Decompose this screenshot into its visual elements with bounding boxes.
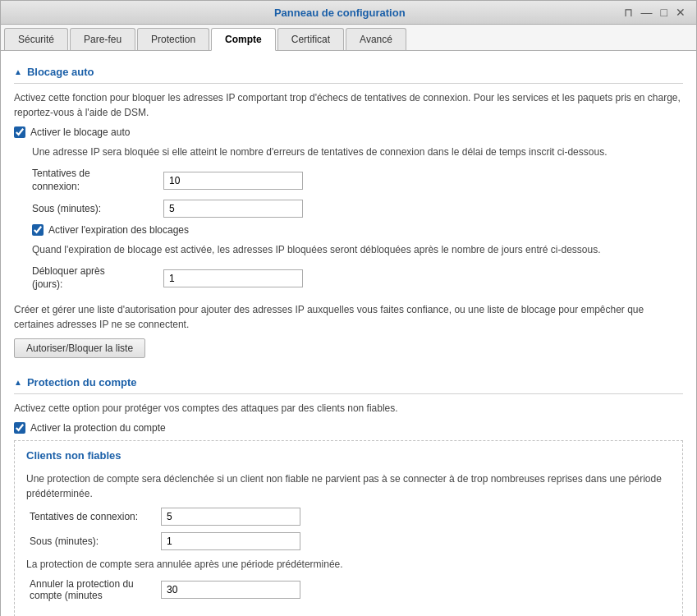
chevron-icon: ▲ [14,67,22,76]
list-description: Créer et gérer une liste d'autorisation … [14,302,683,332]
activer-blocage-label: Activer le blocage auto [30,126,130,138]
autoriser-bloquer-button[interactable]: Autoriser/Bloquer la liste [14,338,145,358]
tab-avance[interactable]: Avancé [346,28,406,50]
pin-icon[interactable]: ⊓ [621,6,635,19]
blocage-auto-section: ▲ Blocage auto Activez cette fonction po… [14,61,683,358]
tab-securite[interactable]: Sécurité [4,28,68,50]
expiration-checkbox[interactable] [32,224,44,236]
debloquer-label: Débloquer après (jours): [32,265,163,291]
expiration-description: Quand l'expiration de blocage est activé… [14,242,683,257]
blocage-auto-header: ▲ Blocage auto [14,61,683,84]
maximize-icon[interactable]: □ [658,6,670,19]
protection-chevron-icon: ▲ [14,378,22,387]
expiration-row: Activer l'expiration des blocages [14,224,683,236]
window-controls: ⊓ — □ ✕ [621,6,688,19]
blocage-sub-description: Une adresse IP sera bloquée si elle atte… [14,145,683,159]
activer-protection-row: Activer la protection du compte [14,422,683,434]
sous-minutes-row: Sous (minutes): [14,200,683,218]
clients-header: Clients non fiables [26,449,671,465]
protection-compte-description: Activez cette option pour protéger vos c… [14,401,683,416]
tab-pare-feu[interactable]: Pare-feu [70,28,135,50]
activer-protection-label: Activer la protection du compte [30,422,166,434]
tab-compte[interactable]: Compte [211,28,276,51]
tab-certificat[interactable]: Certificat [277,28,344,50]
blocage-auto-title: Blocage auto [27,66,94,78]
clients-tentatives-label: Tentatives de connexion: [30,511,161,522]
clients-sous-label: Sous (minutes): [30,536,161,547]
clients-section: Clients non fiables Une protection de co… [14,440,683,616]
minimize-icon[interactable]: — [639,6,655,19]
clients-sous-input[interactable] [161,532,300,550]
main-content: ▲ Blocage auto Activez cette fonction po… [1,51,696,616]
tab-protection[interactable]: Protection [137,28,209,50]
protection-compte-title: Protection du compte [27,376,137,388]
blocage-auto-description: Activez cette fonction pour bloquer les … [14,90,683,120]
title-bar: Panneau de configuration ⊓ — □ ✕ [1,1,696,25]
clients-tentatives-input[interactable] [161,508,300,526]
expiration-label: Activer l'expiration des blocages [48,224,189,236]
annuler-input[interactable] [161,581,300,599]
activer-blocage-row: Activer le blocage auto [14,126,683,138]
debloquer-input[interactable] [163,269,303,287]
activer-protection-checkbox[interactable] [14,422,25,434]
tentatives-input[interactable] [163,172,303,190]
sous-minutes-input[interactable] [163,200,303,218]
tentatives-label: Tentatives de connexion: [32,168,163,193]
activer-blocage-checkbox[interactable] [14,126,25,138]
protection-compte-section: ▲ Protection du compte Activez cette opt… [14,371,683,616]
close-icon[interactable]: ✕ [673,6,688,19]
sous-minutes-label: Sous (minutes): [32,203,163,214]
debloquer-row: Débloquer après (jours): [14,265,683,291]
tab-bar: Sécurité Pare-feu Protection Compte Cert… [1,25,696,51]
tentatives-row: Tentatives de connexion: [14,168,683,193]
annuler-label: Annuler la protection du compte (minutes [30,578,161,601]
protection-compte-header: ▲ Protection du compte [14,371,683,394]
main-window: Panneau de configuration ⊓ — □ ✕ Sécurit… [0,0,697,616]
clients-description: Une protection de compte sera déclenchée… [26,471,671,501]
annulation-label: La protection de compte sera annulée apr… [26,557,671,572]
clients-tentatives-row: Tentatives de connexion: [26,508,671,526]
annuler-row: Annuler la protection du compte (minutes [26,578,671,601]
window-title: Panneau de configuration [58,7,621,19]
clients-sous-row: Sous (minutes): [26,532,671,550]
